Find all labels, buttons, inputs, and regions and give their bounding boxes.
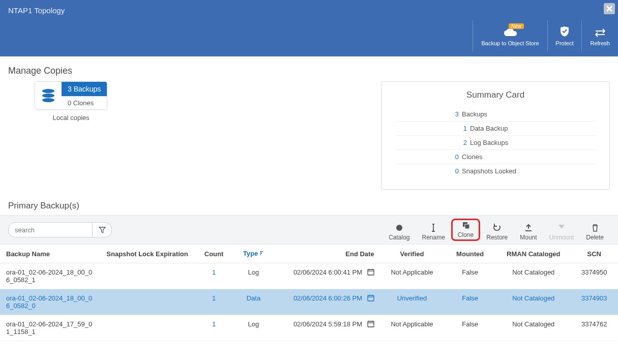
- cell-scn: 3374762: [570, 315, 618, 341]
- col-type-label: Type: [243, 250, 258, 257]
- cell-type: Log: [232, 263, 275, 289]
- local-copies-label: Local copies: [53, 114, 90, 122]
- cell-end: 02/06/2024 6:00:26 PM: [275, 289, 380, 315]
- cell-mounted: False: [444, 315, 496, 341]
- manage-copies-row: 3 Backups 0 Clones Local copies Summary …: [0, 81, 618, 198]
- summary-row: 1Data Backup: [396, 121, 595, 135]
- cell-rman: Not Cataloged: [496, 289, 570, 315]
- backup-to-object-store-button[interactable]: New Backup to Object Store: [473, 20, 547, 51]
- cell-lock: [100, 315, 195, 341]
- rename-button[interactable]: Rename: [416, 224, 451, 241]
- refresh-icon: [595, 28, 606, 37]
- local-copies-card[interactable]: 3 Backups 0 Clones Local copies: [35, 81, 107, 122]
- svg-point-2: [42, 98, 54, 102]
- summary-label: Clones: [462, 153, 482, 161]
- summary-label: Backups: [462, 110, 487, 118]
- summary-num: 2: [396, 139, 470, 146]
- filter-icon: [99, 226, 106, 233]
- col-count[interactable]: Count: [195, 245, 232, 263]
- clone-icon: [462, 221, 470, 229]
- cell-end: 02/06/2024 6:00:41 PM: [275, 263, 380, 289]
- restore-button[interactable]: Restore: [480, 224, 514, 241]
- table-row[interactable]: ora-01_02-06-2024_18_00_06_0582_11Log02/…: [0, 263, 618, 289]
- protect-label: Protect: [556, 40, 574, 46]
- summary-card-title: Summary Card: [396, 90, 595, 100]
- rename-icon: [429, 224, 437, 232]
- backups-badge: 3 Backups: [62, 82, 107, 96]
- calendar-icon[interactable]: [367, 294, 374, 303]
- clone-label: Clone: [458, 231, 474, 238]
- topology-header: NTAP1 Topology New Backup to Object Stor…: [0, 0, 618, 56]
- sort-icon: [259, 250, 264, 258]
- cell-scn: 3374903: [570, 289, 618, 315]
- delete-label: Delete: [586, 234, 604, 241]
- shield-check-icon: [560, 26, 570, 37]
- cell-count: 1: [195, 289, 232, 315]
- refresh-label: Refresh: [590, 40, 610, 46]
- cell-name: ora-01_02-06-2024_18_00_06_0582_0: [0, 289, 100, 315]
- cell-name: ora-01_02-06-2024_17_59_01_1158_1: [0, 315, 100, 341]
- summary-num: 0: [396, 167, 462, 175]
- mount-button[interactable]: Mount: [514, 224, 543, 241]
- close-button[interactable]: [604, 3, 615, 14]
- cell-count: 1: [195, 263, 232, 289]
- cell-rman: Not Cataloged: [496, 315, 570, 341]
- col-scn[interactable]: SCN: [570, 245, 618, 263]
- primary-toolbar: Catalog Rename Clone Restore Mount Unmou…: [0, 215, 618, 245]
- cell-mounted: False: [444, 263, 496, 289]
- summary-label: Log Backups: [470, 139, 508, 146]
- svg-rect-6: [368, 269, 374, 275]
- restore-icon: [493, 224, 501, 232]
- svg-rect-5: [465, 224, 469, 229]
- cloud-icon: [503, 28, 517, 37]
- summary-label: Data Backup: [470, 125, 508, 132]
- catalog-icon: [395, 224, 403, 232]
- summary-num: 0: [396, 153, 462, 161]
- manage-copies-title: Manage Copies: [0, 56, 618, 81]
- local-copies-box: 3 Backups 0 Clones: [35, 81, 107, 110]
- backups-table: Backup Name Snapshot Lock Expiration Cou…: [0, 245, 618, 341]
- trash-icon: [591, 224, 599, 232]
- col-type[interactable]: Type: [232, 245, 275, 263]
- calendar-icon[interactable]: [367, 320, 374, 329]
- summary-label: Snapshots Locked: [462, 167, 516, 175]
- header-actions: New Backup to Object Store Protect Refre…: [473, 20, 618, 51]
- new-badge: New: [509, 23, 524, 29]
- summary-row: 0Clones: [396, 149, 595, 164]
- cell-type: Data: [232, 289, 275, 315]
- unmount-icon: [557, 224, 566, 232]
- col-mounted[interactable]: Mounted: [444, 245, 496, 263]
- primary-backups-title: Primary Backup(s): [0, 198, 618, 215]
- unmount-button: Unmount: [543, 224, 580, 241]
- cell-name: ora-01_02-06-2024_18_00_06_0582_1: [0, 263, 100, 289]
- close-icon: [606, 6, 612, 12]
- summary-num: 1: [396, 125, 470, 132]
- cell-lock: [100, 263, 195, 289]
- table-row[interactable]: ora-01_02-06-2024_18_00_06_0582_01Data02…: [0, 289, 618, 315]
- col-rman[interactable]: RMAN Cataloged: [496, 245, 570, 263]
- refresh-button[interactable]: Refresh: [581, 20, 618, 51]
- summary-card: Summary Card 3Backups1Data Backup2Log Ba…: [381, 81, 610, 190]
- clone-button[interactable]: Clone: [451, 219, 480, 241]
- svg-point-3: [396, 225, 402, 231]
- calendar-icon[interactable]: [367, 268, 374, 277]
- table-row[interactable]: ora-01_02-06-2024_17_59_01_1158_11Log02/…: [0, 315, 618, 341]
- local-copies-info: 3 Backups 0 Clones: [62, 82, 107, 109]
- rename-label: Rename: [422, 234, 445, 241]
- col-end[interactable]: End Date: [275, 245, 380, 263]
- table-actions: Catalog Rename Clone Restore Mount Unmou…: [382, 219, 610, 241]
- cell-end: 02/06/2024 5:59:18 PM: [275, 315, 380, 341]
- summary-row: 0Snapshots Locked: [396, 164, 595, 178]
- cell-scn: 3374950: [570, 263, 618, 289]
- delete-button[interactable]: Delete: [580, 224, 610, 241]
- col-verified[interactable]: Verified: [380, 245, 444, 263]
- search-input[interactable]: [8, 222, 93, 237]
- col-name[interactable]: Backup Name: [0, 245, 100, 263]
- protect-button[interactable]: Protect: [547, 20, 582, 51]
- cell-lock: [100, 289, 195, 315]
- col-lock[interactable]: Snapshot Lock Expiration: [100, 245, 195, 263]
- mount-icon: [524, 224, 533, 232]
- catalog-label: Catalog: [389, 234, 409, 241]
- filter-button[interactable]: [93, 222, 112, 237]
- catalog-button[interactable]: Catalog: [382, 224, 416, 241]
